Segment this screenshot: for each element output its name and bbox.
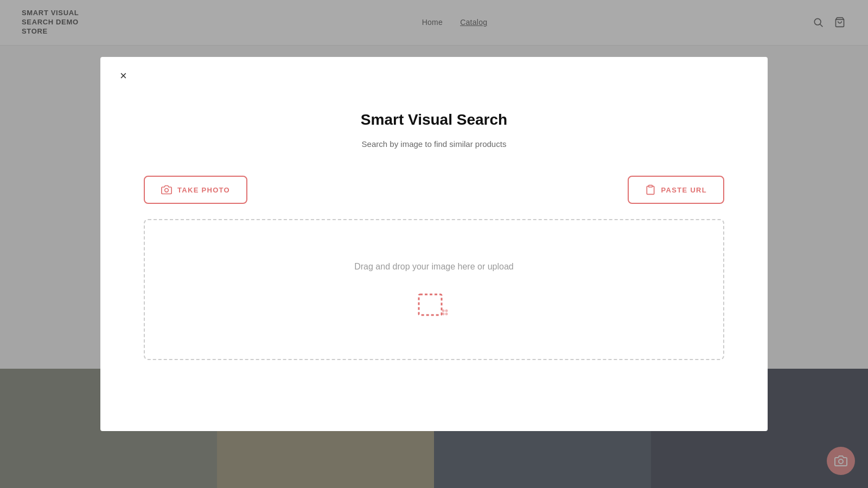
svg-point-9: [445, 312, 448, 315]
modal-actions: TAKE PHOTO PASTE URL: [133, 176, 735, 204]
drop-zone[interactable]: Drag and drop your image here or upload: [144, 219, 724, 360]
close-button[interactable]: ×: [120, 70, 127, 82]
svg-point-3: [165, 189, 169, 192]
visual-search-modal: × Smart Visual Search Search by image to…: [100, 57, 768, 431]
svg-point-6: [442, 309, 445, 312]
clipboard-icon: [645, 184, 656, 195]
svg-point-7: [445, 309, 448, 312]
drop-zone-icon: [418, 288, 450, 318]
take-photo-button[interactable]: TAKE PHOTO: [144, 176, 247, 204]
drop-zone-text: Drag and drop your image here or upload: [354, 262, 514, 272]
paste-url-button[interactable]: PASTE URL: [628, 176, 724, 204]
svg-point-8: [442, 312, 445, 315]
svg-rect-4: [648, 185, 652, 187]
camera-icon: [161, 184, 172, 195]
modal-title: Smart Visual Search: [133, 111, 735, 129]
svg-rect-5: [419, 294, 442, 315]
modal-subtitle: Search by image to find similar products: [133, 139, 735, 149]
